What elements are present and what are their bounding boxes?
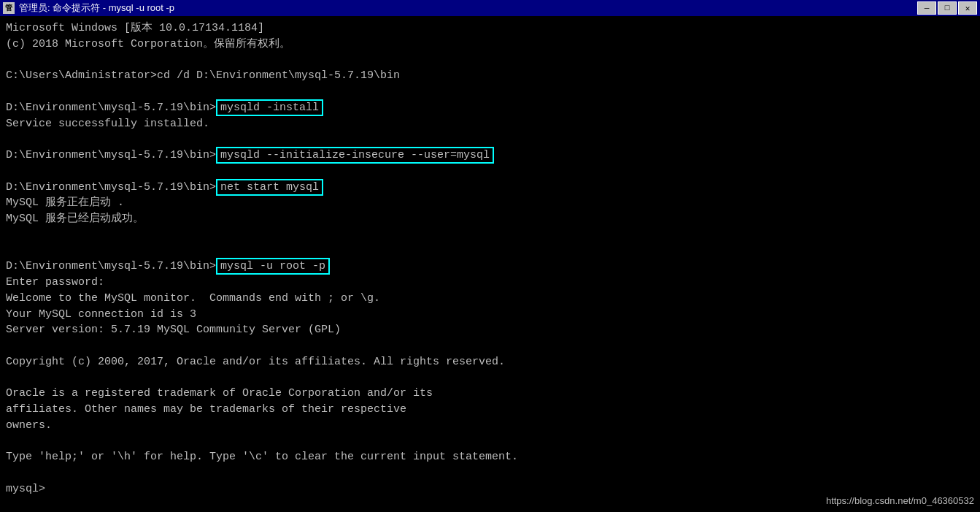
terminal-line: Microsoft Windows [版本 10.0.17134.1184] bbox=[6, 20, 974, 37]
terminal-line: D:\Environment\mysql-5.7.19\bin>mysqld -… bbox=[6, 100, 974, 116]
terminal-line: affiliates. Other names may be trademark… bbox=[6, 402, 974, 418]
terminal-line: Copyright (c) 2000, 2017, Oracle and/or … bbox=[6, 354, 974, 370]
title-bar: 管 管理员: 命令提示符 - mysql -u root -p — □ ✕ bbox=[0, 0, 980, 16]
window-controls: — □ ✕ bbox=[917, 1, 977, 15]
terminal-line: Your MySQL connection id is 3 bbox=[6, 307, 974, 323]
terminal-line: D:\Environment\mysql-5.7.19\bin>mysqld -… bbox=[6, 148, 974, 164]
close-button[interactable]: ✕ bbox=[958, 1, 977, 15]
minimize-button[interactable]: — bbox=[917, 1, 936, 15]
terminal-line: Welcome to the MySQL monitor. Commands e… bbox=[6, 291, 974, 307]
title-bar-left: 管 管理员: 命令提示符 - mysql -u root -p bbox=[3, 1, 174, 15]
terminal-line: D:\Environment\mysql-5.7.19\bin>net star… bbox=[6, 180, 974, 196]
window-title: 管理员: 命令提示符 - mysql -u root -p bbox=[19, 1, 174, 15]
terminal-line bbox=[6, 434, 974, 450]
terminal-line bbox=[6, 164, 974, 180]
terminal-line: Enter password: bbox=[6, 275, 974, 291]
terminal-line: (c) 2018 Microsoft Corporation。保留所有权利。 bbox=[6, 37, 974, 53]
prompt-text: D:\Environment\mysql-5.7.19\bin> bbox=[6, 102, 216, 114]
terminal-line bbox=[6, 131, 974, 148]
terminal-line bbox=[6, 243, 974, 259]
terminal-line: Oracle is a registered trademark of Orac… bbox=[6, 386, 974, 402]
terminal-line: D:\Environment\mysql-5.7.19\bin>mysql -u… bbox=[6, 259, 974, 275]
terminal-line bbox=[6, 53, 974, 69]
command-highlight: mysqld --initialize-insecure --user=mysq… bbox=[216, 147, 494, 164]
prompt-text: D:\Environment\mysql-5.7.19\bin> bbox=[6, 149, 216, 161]
terminal-line: owners. bbox=[6, 418, 974, 434]
terminal-line: MySQL 服务正在启动 . bbox=[6, 195, 974, 211]
terminal-line: Service successfully installed. bbox=[6, 116, 974, 132]
command-highlight: mysqld -install bbox=[216, 99, 323, 116]
app-icon: 管 bbox=[3, 2, 15, 14]
terminal-line bbox=[6, 370, 974, 386]
terminal-line: Server version: 5.7.19 MySQL Community S… bbox=[6, 322, 974, 338]
terminal-line: C:\Users\Administrator>cd /d D:\Environm… bbox=[6, 68, 974, 84]
terminal: Microsoft Windows [版本 10.0.17134.1184](c… bbox=[0, 16, 980, 512]
terminal-line bbox=[6, 465, 974, 481]
prompt-text: D:\Environment\mysql-5.7.19\bin> bbox=[6, 260, 216, 272]
terminal-line bbox=[6, 227, 974, 243]
terminal-line: MySQL 服务已经启动成功。 bbox=[6, 211, 974, 227]
prompt-text: D:\Environment\mysql-5.7.19\bin> bbox=[6, 181, 216, 194]
command-highlight: net start mysql bbox=[216, 179, 323, 196]
terminal-line: Type 'help;' or '\h' for help. Type '\c'… bbox=[6, 449, 974, 465]
command-highlight: mysql -u root -p bbox=[216, 258, 330, 275]
terminal-line bbox=[6, 338, 974, 354]
watermark: https://blog.csdn.net/m0_46360532 bbox=[826, 495, 974, 506]
terminal-line bbox=[6, 84, 974, 100]
maximize-button[interactable]: □ bbox=[938, 1, 957, 15]
